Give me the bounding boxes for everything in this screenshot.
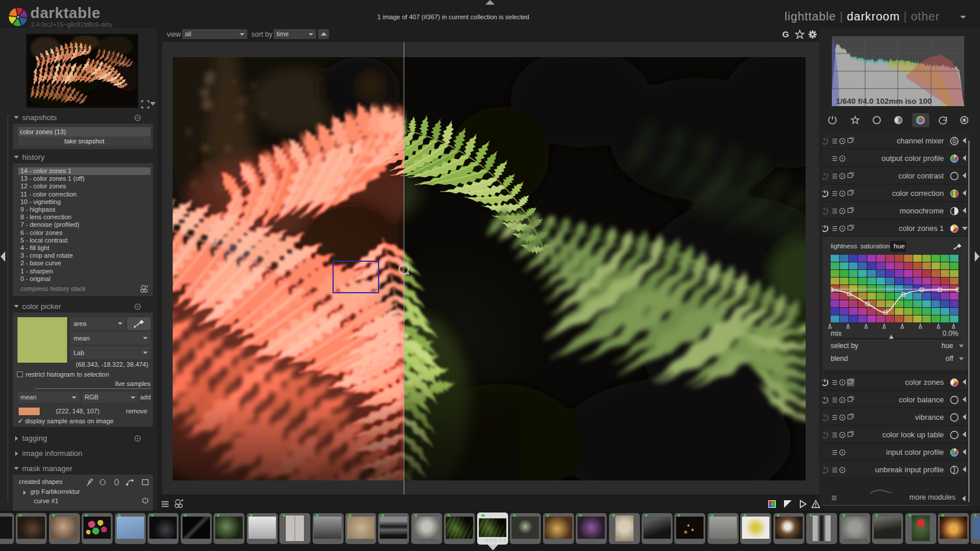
svg-text:1/640 f/4.0 102mm iso 100: 1/640 f/4.0 102mm iso 100 — [836, 97, 932, 106]
